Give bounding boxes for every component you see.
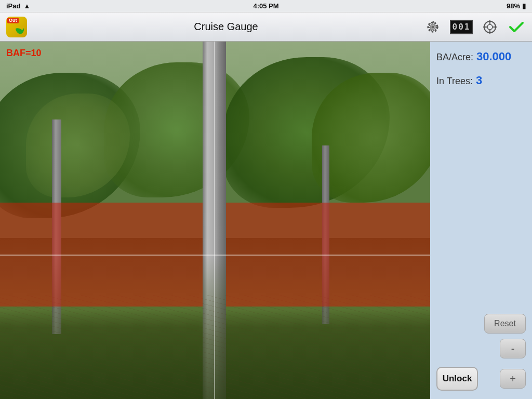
foliage-4 — [312, 73, 430, 203]
target-icon[interactable] — [482, 19, 498, 35]
in-trees-value: 3 — [476, 74, 482, 87]
battery-label: 98% — [507, 2, 520, 10]
battery-icon: ▮ — [522, 2, 526, 10]
reset-button[interactable]: Reset — [484, 314, 526, 334]
nav-right: 001 — [425, 18, 526, 36]
nav-left: Out — [6, 17, 27, 37]
main-content: BAF=10 BA/Acre: 30.000 In Trees: 3 Reset… — [0, 42, 532, 399]
v-line — [214, 42, 215, 399]
in-trees-label: In Trees: — [436, 76, 473, 87]
h-line — [0, 255, 430, 256]
checkmark-icon[interactable] — [507, 18, 526, 36]
status-left: iPad ▲ — [6, 2, 30, 10]
camera-view: BAF=10 — [0, 42, 430, 399]
spacer — [436, 98, 526, 314]
ba-acre-row: BA/Acre: 30.000 — [436, 50, 526, 63]
counter-display[interactable]: 001 — [450, 20, 473, 34]
svg-point-7 — [487, 24, 493, 30]
status-right: 98% ▮ — [507, 2, 526, 10]
ground-debris — [0, 295, 430, 399]
checkmark-svg — [507, 18, 526, 36]
ba-acre-value: 30.000 — [476, 50, 511, 63]
nav-title: Cruise Gauge — [194, 21, 258, 33]
leaf-icon — [15, 26, 25, 35]
right-panel: BA/Acre: 30.000 In Trees: 3 Reset - Unlo… — [430, 42, 532, 399]
status-time: 4:05 PM — [253, 2, 278, 10]
app-icon-out-label: Out — [7, 18, 19, 23]
button-group: Reset - — [436, 314, 526, 358]
baf-label: BAF=10 — [6, 48, 42, 59]
in-trees-row: In Trees: 3 — [436, 74, 526, 87]
status-bar: iPad ▲ 4:05 PM 98% ▮ — [0, 0, 532, 12]
plus-button[interactable]: + — [500, 369, 526, 389]
svg-point-5 — [432, 25, 434, 28]
app-icon[interactable]: Out — [6, 17, 27, 37]
bottom-row: Unlock + — [436, 367, 526, 391]
target-svg — [482, 19, 498, 35]
nav-bar: Out Cruise Gauge — [0, 12, 532, 42]
device-label: iPad — [6, 2, 20, 10]
minus-button[interactable]: - — [500, 339, 526, 358]
gear-icon[interactable] — [425, 19, 441, 35]
gear-svg — [425, 19, 441, 35]
ba-acre-label: BA/Acre: — [436, 52, 473, 63]
wifi-icon: ▲ — [23, 2, 30, 10]
unlock-button[interactable]: Unlock — [436, 367, 478, 391]
